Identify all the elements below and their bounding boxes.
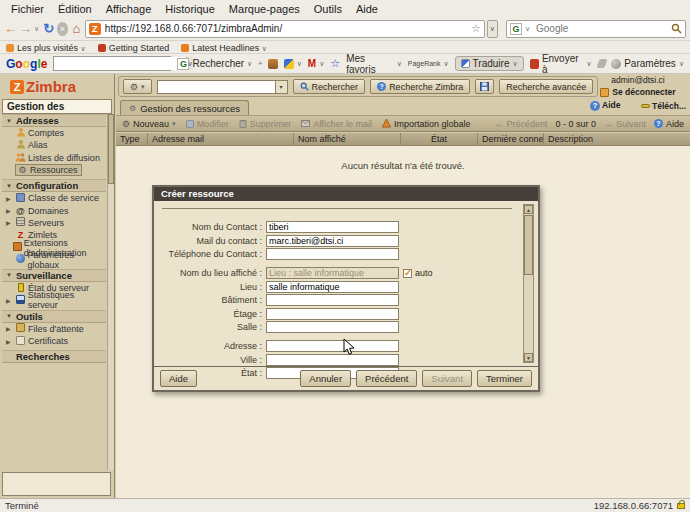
adresse-input[interactable]	[266, 340, 399, 352]
section-configuration[interactable]: ▼Configuration	[2, 179, 106, 192]
sidebar-item-comptes[interactable]: Comptes	[2, 127, 106, 139]
terminer-button[interactable]: Terminer	[477, 370, 532, 387]
precedent-button[interactable]: ←Précédent	[494, 119, 547, 129]
menu-outils[interactable]: Outils	[307, 2, 349, 16]
ssl-lock-icon[interactable]	[677, 503, 685, 509]
expand-icon[interactable]: ▶	[6, 338, 15, 345]
scroll-up-icon[interactable]: ▲	[524, 205, 533, 214]
column-etat[interactable]: État	[401, 133, 478, 145]
sidebar-scroll-thumb[interactable]	[108, 114, 114, 184]
recherche-avancee-button[interactable]: Recherche avancée	[499, 79, 593, 94]
sidebar-item-certificats[interactable]: ▶Certificats	[2, 335, 106, 347]
search-engine-icon[interactable]: G	[510, 23, 522, 35]
urlbar-dropdown-icon[interactable]: ∨	[487, 20, 498, 38]
sidebar-item-domaines[interactable]: ▶@Domaines	[2, 204, 106, 216]
expand-icon[interactable]: ▶	[6, 207, 15, 214]
batiment-input[interactable]	[266, 294, 399, 306]
gmail-button[interactable]: M∨	[308, 58, 324, 69]
column-type[interactable]: Type	[116, 133, 148, 145]
rechercher-button[interactable]: Rechercher	[293, 79, 366, 94]
pagerank-indicator[interactable]: PageRank∨	[408, 60, 449, 68]
zimbra-search-combo[interactable]: ▾	[157, 80, 288, 94]
plus-icon[interactable]: +	[258, 60, 262, 67]
browser-search-input[interactable]	[536, 23, 668, 34]
bookmark-latest-headlines[interactable]: Latest Headlines ∨	[181, 43, 267, 53]
sidebar-item-statistiques-serveur[interactable]: ▶Statistiques serveur	[2, 294, 106, 306]
etage-input[interactable]	[266, 308, 399, 320]
browser-search-box[interactable]: G ∨	[506, 20, 686, 38]
dialog-scrollbar[interactable]: ▲ ▼	[523, 204, 534, 363]
sidebar-item-alias[interactable]: Alias	[2, 139, 106, 151]
gtoolbar-bookmarks-button[interactable]: ∨	[284, 59, 302, 69]
dialog-title[interactable]: Créer ressource	[154, 187, 538, 201]
column-derniere-connexion[interactable]: Dernière connexion	[478, 133, 544, 145]
column-adresse-mail[interactable]: Adresse mail	[148, 133, 294, 145]
save-search-button[interactable]	[475, 79, 494, 94]
dialog-scroll-thumb[interactable]	[524, 215, 533, 275]
importation-globale-button[interactable]: Importation globale	[382, 119, 471, 129]
bookmark-getting-started[interactable]: Getting Started	[98, 43, 170, 53]
highlighter-icon[interactable]	[596, 59, 607, 68]
column-nom-affiche[interactable]: Nom affiché	[294, 133, 401, 145]
search-combo-dropdown-icon[interactable]: ▾	[275, 81, 287, 93]
nouveau-button[interactable]: ⚙Nouveau▾	[122, 119, 176, 129]
afficher-le-mail-button[interactable]: Afficher le mail	[301, 119, 372, 129]
gtoolbar-search-button[interactable]: GRechercher∨	[177, 58, 252, 70]
menu-aide[interactable]: Aide	[349, 2, 385, 16]
annuler-button[interactable]: Annuler	[300, 370, 351, 387]
mail-du-contact-input[interactable]	[266, 235, 399, 247]
section-surveillance[interactable]: ▼Surveillance	[2, 269, 106, 282]
back-icon[interactable]: ←	[4, 21, 17, 36]
sitemap-icon[interactable]	[268, 59, 277, 69]
sidebar-item-classe-de-service[interactable]: ▶Classe de service	[2, 192, 106, 204]
search-options-button[interactable]: ⚙▾	[123, 79, 152, 94]
history-dropdown-icon[interactable]: ∨	[34, 25, 40, 33]
dialog-suivant-button[interactable]: Suivant	[422, 370, 472, 387]
menu-historique[interactable]: Historique	[158, 2, 222, 16]
sidebar-scrollbar[interactable]	[107, 114, 114, 470]
suivant-button[interactable]: →Suivant	[604, 119, 646, 129]
url-input[interactable]	[105, 23, 467, 34]
home-icon[interactable]: ⌂	[70, 21, 83, 36]
telephone-du-contact-input[interactable]	[266, 248, 399, 260]
sidebar-item-listes-de-diffusion[interactable]: Listes de diffusion	[2, 152, 106, 164]
menu-affichage[interactable]: Affichage	[99, 2, 159, 16]
gstar-icon[interactable]: ☆	[330, 57, 340, 70]
search-engine-dropdown-icon[interactable]: ∨	[525, 25, 533, 33]
translate-button[interactable]: Traduire∨	[455, 56, 524, 71]
section-recherches[interactable]: ▼Recherches	[2, 350, 106, 363]
expand-icon[interactable]: ▶	[6, 297, 15, 304]
sidebar-item-serveurs[interactable]: ▶Serveurs	[2, 217, 106, 229]
modifier-button[interactable]: Modifier	[186, 119, 229, 129]
salle-input[interactable]	[266, 321, 399, 333]
zimbra-search-input[interactable]	[158, 81, 275, 93]
sidebar-item-files-attente[interactable]: ▶Files d'attente	[2, 323, 106, 335]
column-description[interactable]: Description	[544, 133, 690, 145]
logout-link[interactable]: Se déconnecter	[590, 87, 686, 97]
recherche-zimbra-button[interactable]: ?Recherche Zimbra	[370, 79, 470, 94]
scroll-down-icon[interactable]: ▼	[524, 353, 533, 362]
supprimer-button[interactable]: Supprimer	[239, 119, 292, 129]
favorites-button[interactable]: Mes favoris∨	[346, 53, 402, 75]
tab-gestion-des-ressources[interactable]: ⚙Gestion des ressources	[120, 100, 249, 115]
sidebar-item-parametres-globaux[interactable]: Paramètres globaux	[2, 254, 106, 266]
menu-fichier[interactable]: Fichier	[4, 2, 51, 16]
stop-icon[interactable]: ×	[57, 22, 68, 36]
dialog-aide-button[interactable]: Aide	[160, 370, 197, 387]
url-bar[interactable]: Z ☆	[85, 20, 485, 38]
section-outils[interactable]: ▼Outils	[2, 310, 106, 323]
sidebar-item-ressources[interactable]: ⚙Ressources	[2, 164, 106, 176]
expand-icon[interactable]: ▶	[6, 219, 15, 226]
expand-icon[interactable]: ▶	[6, 195, 15, 202]
dialog-precedent-button[interactable]: Précédent	[356, 370, 417, 387]
auto-checkbox[interactable]: ✓	[403, 269, 412, 278]
ville-input[interactable]	[266, 354, 399, 366]
settings-button[interactable]: Paramètres∨	[611, 58, 684, 69]
toolbar-help-button[interactable]: ?Aide	[654, 119, 684, 129]
search-magnifier-icon[interactable]	[671, 23, 682, 34]
gtoolbar-search-input[interactable]: ∨	[53, 56, 171, 71]
forward-icon[interactable]: →	[19, 21, 32, 36]
bookmark-star-icon[interactable]: ☆	[471, 22, 481, 35]
menu-marque-pages[interactable]: Marque-pages	[222, 2, 307, 16]
section-adresses[interactable]: ▼Adresses	[2, 114, 106, 127]
